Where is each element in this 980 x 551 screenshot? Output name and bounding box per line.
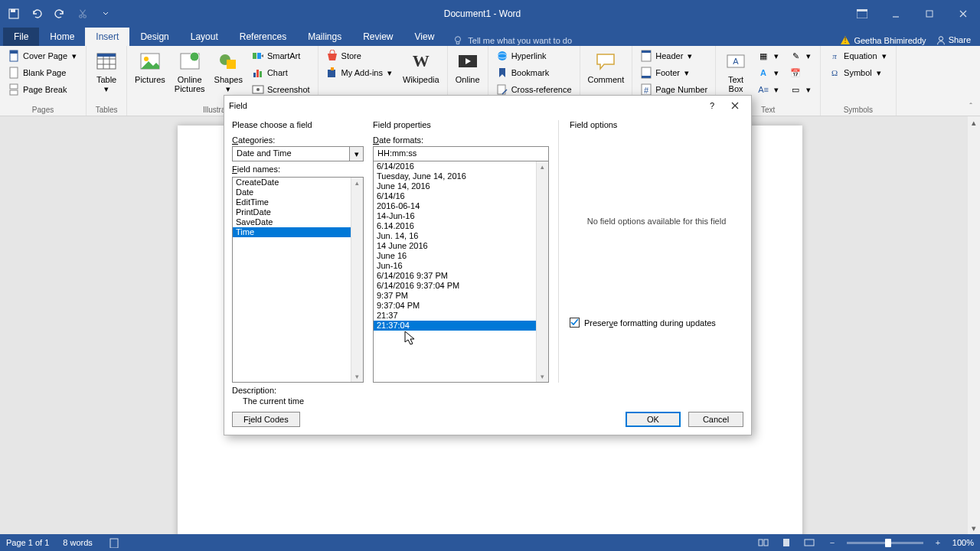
list-item[interactable]: 21:37	[374, 311, 536, 321]
wordart-button[interactable]: A▾	[754, 64, 783, 81]
wikipedia-button[interactable]: WWikipedia	[400, 47, 443, 86]
qat-more-icon[interactable]	[95, 3, 116, 24]
list-item[interactable]: 6/14/2016 9:37 PM	[374, 271, 536, 281]
undo-icon[interactable]	[26, 3, 47, 24]
online-video-button[interactable]: Online	[452, 47, 483, 86]
web-layout-icon[interactable]	[801, 534, 818, 551]
read-mode-icon[interactable]	[755, 534, 772, 551]
account-name[interactable]: ! Geetha Bhimireddy	[840, 35, 926, 46]
list-item[interactable]: CreateDate	[233, 178, 351, 187]
scroll-up-icon[interactable]: ▴	[968, 116, 980, 129]
equation-button[interactable]: πEquation▾	[825, 47, 890, 64]
redo-icon[interactable]	[49, 3, 70, 24]
quick-parts-button[interactable]: ▦▾	[754, 47, 783, 64]
tab-insert[interactable]: Insert	[85, 28, 129, 46]
minimize-icon[interactable]	[879, 0, 913, 28]
list-item[interactable]: 6/14/2016	[374, 161, 536, 171]
list-item[interactable]: 14-Jun-16	[374, 211, 536, 221]
status-words[interactable]: 8 words	[63, 538, 93, 547]
list-item[interactable]: Jun. 14, 16	[374, 231, 536, 241]
tab-design[interactable]: Design	[129, 28, 179, 46]
list-item[interactable]: 6/14/16	[374, 191, 536, 201]
close-icon[interactable]	[946, 0, 980, 28]
scroll-down-icon[interactable]: ▾	[968, 522, 980, 534]
table-button[interactable]: Table▾	[91, 47, 122, 95]
page-break-button[interactable]: Page Break	[5, 81, 81, 98]
date-formats-listbox[interactable]: 6/14/2016Tuesday, June 14, 2016June 14, …	[373, 161, 549, 383]
symbol-button[interactable]: ΩSymbol▾	[825, 64, 890, 81]
tab-file[interactable]: File	[3, 28, 39, 46]
list-item[interactable]: 9:37 PM	[374, 291, 536, 301]
list-item[interactable]: June 16	[374, 251, 536, 261]
list-item[interactable]: June 14, 2016	[374, 181, 536, 191]
hyperlink-button[interactable]: Hyperlink	[493, 47, 575, 64]
chart-button[interactable]: Chart	[249, 64, 313, 81]
signature-button[interactable]: ✎▾	[786, 47, 815, 64]
tab-mailings[interactable]: Mailings	[297, 28, 352, 46]
list-item[interactable]: 9:37:04 PM	[374, 301, 536, 311]
tab-home[interactable]: Home	[39, 28, 85, 46]
zoom-level[interactable]: 100%	[952, 538, 974, 547]
scroll-up-icon[interactable]: ▴	[351, 178, 363, 188]
list-item[interactable]: PrintDate	[233, 207, 351, 217]
maximize-icon[interactable]	[913, 0, 946, 28]
smartart-button[interactable]: SmartArt	[249, 47, 313, 64]
bookmark-button[interactable]: Bookmark	[493, 64, 575, 81]
drop-cap-button[interactable]: A≡▾	[754, 81, 783, 98]
comment-button[interactable]: Comment	[585, 47, 628, 86]
pictures-button[interactable]: Pictures	[132, 47, 168, 86]
tab-view[interactable]: View	[404, 28, 446, 46]
blank-page-button[interactable]: Blank Page	[5, 64, 81, 81]
tab-review[interactable]: Review	[352, 28, 403, 46]
list-item[interactable]: Time	[233, 227, 351, 237]
list-item[interactable]: 14 June 2016	[374, 241, 536, 251]
field-codes-button[interactable]: Field Codes	[232, 412, 300, 427]
zoom-slider[interactable]	[847, 542, 923, 544]
date-format-input[interactable]: HH:mm:ss	[373, 146, 549, 161]
chevron-down-icon[interactable]: ▾	[349, 147, 363, 161]
list-item[interactable]: 2016-06-14	[374, 201, 536, 211]
header-button[interactable]: Header▾	[637, 47, 710, 64]
ribbon-options-icon[interactable]	[845, 0, 879, 28]
field-names-listbox[interactable]: CreateDateDateEditTimePrintDateSaveDateT…	[232, 177, 364, 383]
tab-layout[interactable]: Layout	[180, 28, 229, 46]
zoom-in-icon[interactable]: +	[929, 534, 946, 551]
footer-button[interactable]: Footer▾	[637, 64, 710, 81]
dialog-help-icon[interactable]: ?	[701, 97, 724, 114]
list-item[interactable]: Tuesday, June 14, 2016	[374, 171, 536, 181]
list-item[interactable]: 21:37:04	[374, 321, 536, 331]
list-item[interactable]: 6/14/2016 9:37:04 PM	[374, 281, 536, 291]
my-addins-button[interactable]: My Add-ins▾	[323, 64, 397, 81]
scroll-down-icon[interactable]: ▾	[537, 371, 548, 382]
preserve-formatting-checkbox[interactable]: Preserve formatting during updates	[570, 318, 743, 328]
online-pictures-button[interactable]: Online Pictures	[172, 47, 208, 95]
tab-references[interactable]: References	[229, 28, 297, 46]
ok-button[interactable]: OK	[626, 412, 681, 427]
datetime-button[interactable]: 📅	[786, 64, 815, 81]
object-button[interactable]: ▭▾	[786, 81, 815, 98]
tell-me-search[interactable]: Tell me what you want to do	[452, 35, 840, 46]
cancel-button[interactable]: Cancel	[688, 412, 743, 427]
zoom-out-icon[interactable]: −	[824, 534, 841, 551]
status-page[interactable]: Page 1 of 1	[6, 538, 49, 547]
list-item[interactable]: SaveDate	[233, 217, 351, 227]
store-button[interactable]: Store	[323, 47, 397, 64]
list-item[interactable]: Date	[233, 187, 351, 197]
text-box-button[interactable]: AText Box	[720, 47, 751, 95]
scroll-down-icon[interactable]: ▾	[351, 371, 363, 382]
dialog-close-icon[interactable]	[724, 97, 746, 114]
list-item[interactable]: EditTime	[233, 197, 351, 207]
scroll-up-icon[interactable]: ▴	[537, 161, 548, 172]
cut-icon[interactable]	[72, 3, 93, 24]
print-layout-icon[interactable]	[778, 534, 795, 551]
shapes-button[interactable]: Shapes▾	[211, 47, 246, 95]
collapse-ribbon-icon[interactable]: ˆ	[965, 100, 977, 112]
cover-page-button[interactable]: Cover Page▾	[5, 47, 81, 64]
list-item[interactable]: 6.14.2016	[374, 221, 536, 231]
spell-check-icon[interactable]	[106, 534, 123, 551]
save-icon[interactable]	[3, 3, 24, 24]
vertical-scrollbar[interactable]: ▴ ▾	[968, 116, 980, 534]
categories-combo[interactable]: Date and Time ▾	[232, 146, 364, 161]
list-item[interactable]: Jun-16	[374, 261, 536, 271]
share-button[interactable]: Share	[936, 35, 971, 46]
